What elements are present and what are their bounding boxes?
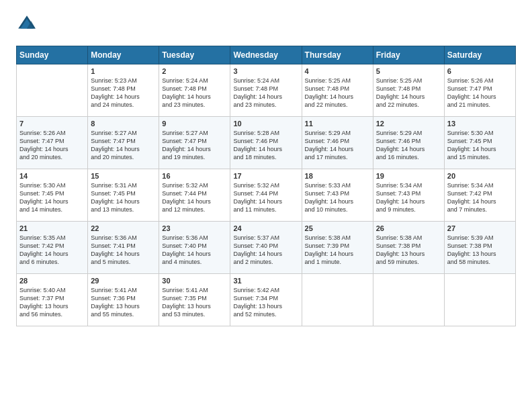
calendar-cell: 5Sunrise: 5:25 AM Sunset: 7:48 PM Daylig… bbox=[373, 64, 444, 117]
calendar-cell: 19Sunrise: 5:34 AM Sunset: 7:43 PM Dayli… bbox=[373, 169, 444, 222]
cell-info: Sunrise: 5:23 AM Sunset: 7:48 PM Dayligh… bbox=[91, 77, 156, 109]
cell-info: Sunrise: 5:30 AM Sunset: 7:45 PM Dayligh… bbox=[447, 129, 513, 162]
cell-info: Sunrise: 5:30 AM Sunset: 7:45 PM Dayligh… bbox=[19, 181, 85, 214]
logo-icon bbox=[16, 13, 38, 35]
cell-info: Sunrise: 5:42 AM Sunset: 7:34 PM Dayligh… bbox=[233, 286, 298, 319]
calendar-cell bbox=[302, 274, 373, 326]
day-number: 26 bbox=[376, 224, 441, 232]
cell-info: Sunrise: 5:35 AM Sunset: 7:42 PM Dayligh… bbox=[19, 234, 85, 267]
day-number: 11 bbox=[305, 120, 370, 128]
day-number: 9 bbox=[162, 120, 227, 128]
cell-info: Sunrise: 5:31 AM Sunset: 7:45 PM Dayligh… bbox=[91, 181, 156, 214]
day-number: 15 bbox=[91, 172, 156, 180]
main-container: SundayMondayTuesdayWednesdayThursdayFrid… bbox=[0, 0, 532, 337]
cell-info: Sunrise: 5:41 AM Sunset: 7:35 PM Dayligh… bbox=[162, 286, 227, 319]
calendar-cell: 17Sunrise: 5:32 AM Sunset: 7:44 PM Dayli… bbox=[230, 169, 302, 222]
cell-info: Sunrise: 5:32 AM Sunset: 7:44 PM Dayligh… bbox=[162, 181, 227, 214]
calendar-cell: 28Sunrise: 5:40 AM Sunset: 7:37 PM Dayli… bbox=[17, 274, 88, 326]
day-number: 6 bbox=[447, 67, 513, 75]
header-monday: Monday bbox=[88, 46, 159, 64]
cell-info: Sunrise: 5:25 AM Sunset: 7:48 PM Dayligh… bbox=[376, 77, 441, 109]
day-number: 25 bbox=[305, 224, 370, 232]
day-number: 28 bbox=[19, 277, 85, 285]
cell-info: Sunrise: 5:26 AM Sunset: 7:47 PM Dayligh… bbox=[447, 77, 513, 109]
calendar-cell: 1Sunrise: 5:23 AM Sunset: 7:48 PM Daylig… bbox=[88, 64, 159, 117]
day-number: 22 bbox=[91, 224, 156, 232]
calendar-table: SundayMondayTuesdayWednesdayThursdayFrid… bbox=[16, 46, 516, 326]
calendar-cell bbox=[17, 64, 88, 117]
calendar-cell bbox=[444, 274, 515, 326]
cell-info: Sunrise: 5:41 AM Sunset: 7:36 PM Dayligh… bbox=[91, 286, 156, 319]
day-number: 8 bbox=[91, 120, 156, 128]
calendar-cell: 22Sunrise: 5:36 AM Sunset: 7:41 PM Dayli… bbox=[88, 222, 159, 274]
calendar-cell: 11Sunrise: 5:29 AM Sunset: 7:46 PM Dayli… bbox=[302, 117, 373, 169]
calendar-cell bbox=[373, 274, 444, 326]
cell-info: Sunrise: 5:38 AM Sunset: 7:39 PM Dayligh… bbox=[305, 234, 370, 267]
cell-info: Sunrise: 5:34 AM Sunset: 7:42 PM Dayligh… bbox=[447, 181, 513, 214]
day-number: 13 bbox=[447, 120, 513, 128]
calendar-header-row: SundayMondayTuesdayWednesdayThursdayFrid… bbox=[17, 46, 516, 64]
day-number: 27 bbox=[447, 224, 513, 232]
calendar-cell: 27Sunrise: 5:39 AM Sunset: 7:38 PM Dayli… bbox=[444, 222, 515, 274]
calendar-week-3: 14Sunrise: 5:30 AM Sunset: 7:45 PM Dayli… bbox=[17, 169, 516, 222]
calendar-cell: 18Sunrise: 5:33 AM Sunset: 7:43 PM Dayli… bbox=[302, 169, 373, 222]
day-number: 7 bbox=[19, 120, 85, 128]
calendar-cell: 9Sunrise: 5:27 AM Sunset: 7:47 PM Daylig… bbox=[159, 117, 230, 169]
calendar-cell: 26Sunrise: 5:38 AM Sunset: 7:38 PM Dayli… bbox=[373, 222, 444, 274]
cell-info: Sunrise: 5:32 AM Sunset: 7:44 PM Dayligh… bbox=[233, 181, 298, 214]
day-number: 24 bbox=[233, 224, 298, 232]
calendar-cell: 12Sunrise: 5:29 AM Sunset: 7:46 PM Dayli… bbox=[373, 117, 444, 169]
cell-info: Sunrise: 5:24 AM Sunset: 7:48 PM Dayligh… bbox=[162, 77, 227, 109]
calendar-cell: 2Sunrise: 5:24 AM Sunset: 7:48 PM Daylig… bbox=[159, 64, 230, 117]
calendar-cell: 25Sunrise: 5:38 AM Sunset: 7:39 PM Dayli… bbox=[302, 222, 373, 274]
day-number: 21 bbox=[19, 224, 85, 232]
day-number: 31 bbox=[233, 277, 298, 285]
calendar-week-2: 7Sunrise: 5:26 AM Sunset: 7:47 PM Daylig… bbox=[17, 117, 516, 169]
calendar-cell: 23Sunrise: 5:36 AM Sunset: 7:40 PM Dayli… bbox=[159, 222, 230, 274]
day-number: 14 bbox=[19, 172, 85, 180]
cell-info: Sunrise: 5:25 AM Sunset: 7:48 PM Dayligh… bbox=[305, 77, 370, 109]
day-number: 20 bbox=[447, 172, 513, 180]
cell-info: Sunrise: 5:39 AM Sunset: 7:38 PM Dayligh… bbox=[447, 234, 513, 267]
cell-info: Sunrise: 5:40 AM Sunset: 7:37 PM Dayligh… bbox=[19, 286, 85, 319]
cell-info: Sunrise: 5:33 AM Sunset: 7:43 PM Dayligh… bbox=[305, 181, 370, 214]
day-number: 1 bbox=[91, 67, 156, 75]
calendar-cell: 20Sunrise: 5:34 AM Sunset: 7:42 PM Dayli… bbox=[444, 169, 515, 222]
day-number: 23 bbox=[162, 224, 227, 232]
day-number: 10 bbox=[233, 120, 298, 128]
cell-info: Sunrise: 5:27 AM Sunset: 7:47 PM Dayligh… bbox=[91, 129, 156, 162]
header-saturday: Saturday bbox=[444, 46, 515, 64]
calendar-week-1: 1Sunrise: 5:23 AM Sunset: 7:48 PM Daylig… bbox=[17, 64, 516, 117]
cell-info: Sunrise: 5:29 AM Sunset: 7:46 PM Dayligh… bbox=[305, 129, 370, 162]
calendar-cell: 8Sunrise: 5:27 AM Sunset: 7:47 PM Daylig… bbox=[88, 117, 159, 169]
day-number: 17 bbox=[233, 172, 298, 180]
calendar-cell: 15Sunrise: 5:31 AM Sunset: 7:45 PM Dayli… bbox=[88, 169, 159, 222]
calendar-cell: 30Sunrise: 5:41 AM Sunset: 7:35 PM Dayli… bbox=[159, 274, 230, 326]
logo bbox=[16, 13, 42, 35]
calendar-cell: 3Sunrise: 5:24 AM Sunset: 7:48 PM Daylig… bbox=[230, 64, 302, 117]
header-thursday: Thursday bbox=[302, 46, 373, 64]
cell-info: Sunrise: 5:28 AM Sunset: 7:46 PM Dayligh… bbox=[233, 129, 298, 162]
day-number: 16 bbox=[162, 172, 227, 180]
calendar-week-5: 28Sunrise: 5:40 AM Sunset: 7:37 PM Dayli… bbox=[17, 274, 516, 326]
day-number: 30 bbox=[162, 277, 227, 285]
cell-info: Sunrise: 5:27 AM Sunset: 7:47 PM Dayligh… bbox=[162, 129, 227, 162]
calendar-cell: 31Sunrise: 5:42 AM Sunset: 7:34 PM Dayli… bbox=[230, 274, 302, 326]
header-sunday: Sunday bbox=[17, 46, 88, 64]
day-number: 18 bbox=[305, 172, 370, 180]
day-number: 2 bbox=[162, 67, 227, 75]
cell-info: Sunrise: 5:36 AM Sunset: 7:41 PM Dayligh… bbox=[91, 234, 156, 267]
calendar-cell: 24Sunrise: 5:37 AM Sunset: 7:40 PM Dayli… bbox=[230, 222, 302, 274]
cell-info: Sunrise: 5:26 AM Sunset: 7:47 PM Dayligh… bbox=[19, 129, 85, 162]
calendar-cell: 10Sunrise: 5:28 AM Sunset: 7:46 PM Dayli… bbox=[230, 117, 302, 169]
cell-info: Sunrise: 5:37 AM Sunset: 7:40 PM Dayligh… bbox=[233, 234, 298, 267]
header-tuesday: Tuesday bbox=[159, 46, 230, 64]
header-wednesday: Wednesday bbox=[230, 46, 302, 64]
day-number: 5 bbox=[376, 67, 441, 75]
calendar-week-4: 21Sunrise: 5:35 AM Sunset: 7:42 PM Dayli… bbox=[17, 222, 516, 274]
cell-info: Sunrise: 5:24 AM Sunset: 7:48 PM Dayligh… bbox=[233, 77, 298, 109]
day-number: 19 bbox=[376, 172, 441, 180]
calendar-cell: 4Sunrise: 5:25 AM Sunset: 7:48 PM Daylig… bbox=[302, 64, 373, 117]
calendar-cell: 7Sunrise: 5:26 AM Sunset: 7:47 PM Daylig… bbox=[17, 117, 88, 169]
calendar-cell: 29Sunrise: 5:41 AM Sunset: 7:36 PM Dayli… bbox=[88, 274, 159, 326]
